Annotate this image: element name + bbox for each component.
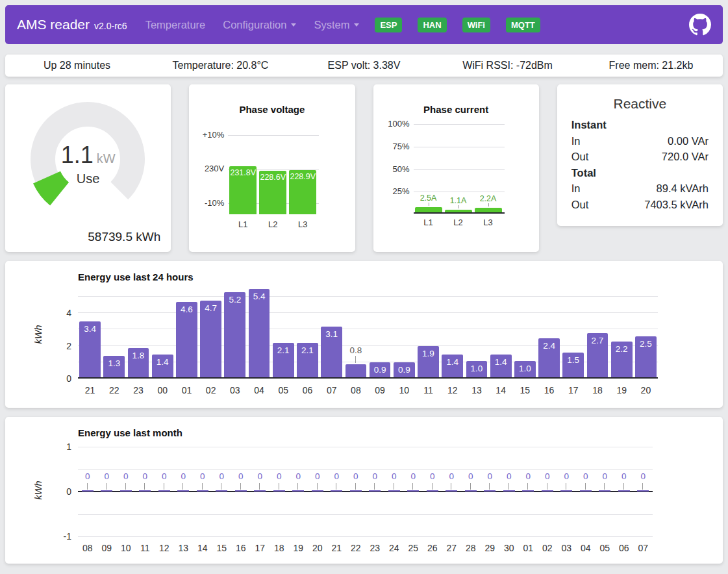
nav-item-configuration[interactable]: Configuration bbox=[223, 19, 296, 31]
label-connector bbox=[221, 483, 221, 490]
bar-value-label: 0 bbox=[78, 471, 97, 481]
axis-category-label: 12 bbox=[155, 543, 173, 553]
chart-title: Phase voltage bbox=[189, 104, 355, 115]
energy-bar-zero bbox=[101, 490, 112, 492]
axis-tick-label: 230V bbox=[192, 164, 224, 173]
axis-category-label: 06 bbox=[614, 543, 633, 553]
axis-category-label: 20 bbox=[634, 385, 658, 395]
connection-badges: ESP HAN WiFi MQTT bbox=[375, 18, 540, 32]
axis-tick-label: +10% bbox=[192, 130, 224, 140]
reactive-row-total-out: Out 7403.5 kVArh bbox=[571, 197, 709, 213]
bar-value-label: 0 bbox=[116, 471, 135, 481]
axis-category-label: 10 bbox=[116, 543, 135, 553]
axis-category-label: 17 bbox=[561, 385, 585, 395]
label-connector bbox=[125, 483, 126, 490]
axis-category-label: 08 bbox=[344, 385, 368, 395]
bar-value-label: 0.9 bbox=[394, 365, 415, 375]
bar-value-label: 0 bbox=[614, 471, 633, 481]
label-connector bbox=[470, 483, 471, 490]
bar-value-label: 5.2 bbox=[224, 295, 245, 305]
axis-category-label: 18 bbox=[585, 385, 609, 395]
github-link[interactable] bbox=[689, 14, 711, 36]
axis-category-label: 09 bbox=[97, 543, 116, 553]
reactive-row-total-in: In 89.4 kVArh bbox=[571, 181, 709, 197]
bar-value-label: 0 bbox=[155, 471, 173, 481]
axis-tick-label: 0 bbox=[51, 486, 71, 497]
axis-tick-label: 0 bbox=[51, 373, 71, 384]
reactive-row-label: Instant bbox=[571, 117, 607, 133]
label-connector bbox=[164, 483, 164, 490]
bar-value-label: 2.4 bbox=[538, 341, 560, 351]
axis-baseline bbox=[78, 377, 658, 379]
energy-bar-zero bbox=[542, 490, 553, 492]
nav-item-system[interactable]: System bbox=[314, 19, 359, 31]
axis-category-label: 13 bbox=[464, 385, 488, 395]
label-connector bbox=[279, 483, 279, 490]
bar-value-label: 1.4 bbox=[152, 357, 173, 367]
axis-category-label: 11 bbox=[136, 543, 155, 553]
bar-value-label: 0 bbox=[404, 471, 423, 481]
axis-category-label: 24 bbox=[384, 543, 403, 553]
energy-bar: 3.1 bbox=[321, 327, 342, 377]
gridline bbox=[414, 147, 505, 147]
axis-category-label: 02 bbox=[199, 385, 223, 395]
reactive-row-value: 0.00 VAr bbox=[668, 133, 709, 149]
bar-value-label: 0 bbox=[231, 471, 250, 481]
axis-category-label: 21 bbox=[78, 385, 102, 395]
label-connector bbox=[604, 483, 605, 490]
nav-item-label: Configuration bbox=[223, 19, 286, 31]
reactive-row-label: Out bbox=[571, 149, 589, 165]
current-bar bbox=[415, 207, 442, 212]
reactive-row-label: In bbox=[571, 133, 581, 149]
energy-bar: 0.9 bbox=[394, 362, 415, 377]
axis-category-label: 05 bbox=[271, 385, 295, 395]
label-connector bbox=[297, 483, 298, 490]
axis-tick-label: 1 bbox=[51, 442, 71, 452]
brand-name: AMS reader bbox=[17, 17, 90, 32]
bar-value-label: 4.7 bbox=[200, 303, 221, 313]
axis-tick-label: 4 bbox=[51, 308, 71, 318]
energy-bar-zero bbox=[254, 490, 266, 492]
label-connector bbox=[489, 483, 490, 490]
nav-item-temperature[interactable]: Temperature bbox=[145, 19, 206, 31]
energy-bar-zero bbox=[446, 490, 457, 492]
label-connector bbox=[87, 483, 88, 490]
label-connector bbox=[144, 483, 145, 490]
reactive-row-value: 720.0 VAr bbox=[662, 149, 709, 165]
bar-value-label: 2.2A bbox=[475, 194, 502, 203]
bar-value-label: 0 bbox=[499, 471, 518, 481]
power-gauge-card: 1.1kW Use 58739.5 kWh bbox=[5, 84, 171, 252]
y-axis-label: kWh bbox=[33, 325, 44, 344]
top-cards-row: 1.1kW Use 58739.5 kWh Phase voltage +10%… bbox=[5, 84, 723, 252]
energy-24h-plot: 0243.4211.3221.8231.4004.6014.7025.2035.… bbox=[78, 261, 658, 379]
energy-bar bbox=[345, 364, 367, 377]
status-wifi-rssi: WiFi RSSI: -72dBm bbox=[436, 60, 579, 71]
axis-category-label: L2 bbox=[259, 219, 286, 229]
energy-bar: 1.5 bbox=[562, 353, 584, 377]
label-connector bbox=[182, 483, 183, 490]
bar-value-label: 0 bbox=[423, 471, 442, 481]
axis-category-label: 13 bbox=[174, 543, 193, 553]
total-energy-counter: 58739.5 kWh bbox=[88, 230, 160, 244]
axis-tick-label: 100% bbox=[377, 119, 410, 129]
energy-bar-zero bbox=[312, 490, 323, 492]
energy-bar: 1.9 bbox=[418, 346, 439, 377]
axis-category-label: 28 bbox=[461, 543, 480, 553]
reactive-row-value: 7403.5 kVArh bbox=[644, 197, 709, 213]
axis-tick-label: -10% bbox=[192, 198, 224, 208]
axis-category-label: 10 bbox=[392, 385, 416, 395]
label-connector bbox=[202, 483, 203, 490]
bar-value-label: 0 bbox=[136, 471, 155, 481]
brand[interactable]: AMS reader v2.0-rc6 bbox=[17, 17, 127, 32]
label-connector bbox=[508, 483, 509, 490]
energy-bar-zero bbox=[331, 490, 342, 492]
energy-month-card: Energy use last month kWh 10-10080090100… bbox=[5, 417, 723, 564]
axis-tick-label: 25% bbox=[377, 186, 410, 196]
phase-current-plot: 100%75%50%25%2.5AL11.1AL22.2AL3 bbox=[414, 124, 505, 221]
label-connector bbox=[429, 203, 429, 206]
badge-wifi: WiFi bbox=[462, 18, 490, 32]
axis-category-label: L1 bbox=[229, 219, 257, 229]
chevron-down-icon bbox=[354, 23, 359, 27]
energy-bar: 2.1 bbox=[273, 343, 294, 377]
axis-category-label: 21 bbox=[327, 543, 345, 553]
